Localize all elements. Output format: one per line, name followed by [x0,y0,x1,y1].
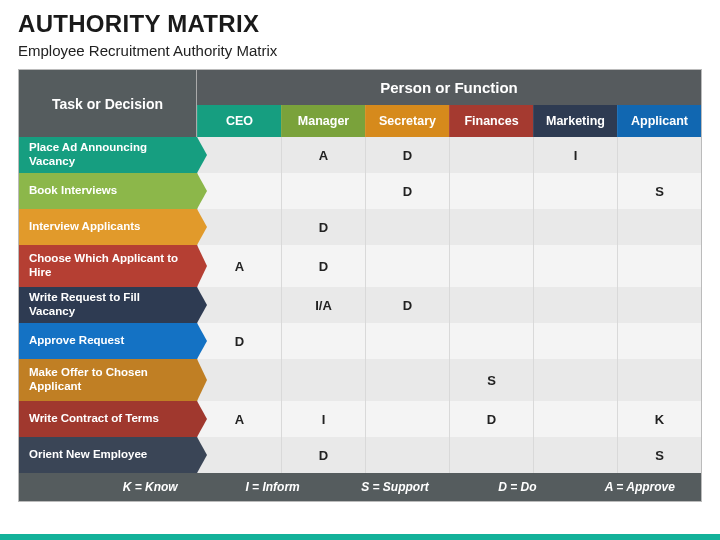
cell [281,359,365,401]
cell [197,137,281,173]
task-cells: AD [197,245,701,287]
cell [365,209,449,245]
cell: A [197,245,281,287]
legend-item: D = Do [456,480,578,494]
task-label: Place Ad Announcing Vacancy [19,137,197,173]
cell: A [281,137,365,173]
cell: A [197,401,281,437]
legend-item: S = Support [334,480,456,494]
task-label: Interview Applicants [19,209,197,245]
cell [449,173,533,209]
cell: D [365,137,449,173]
role-header: CEO [197,105,281,137]
cell [617,245,701,287]
header-task: Task or Decision [19,70,197,137]
task-cells: I/AD [197,287,701,323]
matrix-rows: Place Ad Announcing VacancyADIBook Inter… [19,137,701,473]
cell: D [281,209,365,245]
cell [365,359,449,401]
task-label: Orient New Employee [19,437,197,473]
cell [365,437,449,473]
cell: D [365,173,449,209]
matrix-container: Task or Decision Person or Function CEOM… [0,69,720,528]
page-subtitle: Employee Recruitment Authority Matrix [0,38,720,69]
task-label: Make Offer to Chosen Applicant [19,359,197,401]
cell [281,173,365,209]
authority-matrix: Task or Decision Person or Function CEOM… [18,69,702,502]
cell: I [533,137,617,173]
table-row: Interview ApplicantsD [19,209,701,245]
cell [533,287,617,323]
table-row: Place Ad Announcing VacancyADI [19,137,701,173]
cell: D [365,287,449,323]
cell [365,245,449,287]
cell [533,437,617,473]
table-row: Write Contract of TermsAIDK [19,401,701,437]
cell: K [617,401,701,437]
task-cells: D [197,323,701,359]
cell: S [617,437,701,473]
role-header: Marketing [533,105,617,137]
task-label: Choose Which Applicant to Hire [19,245,197,287]
cell: I [281,401,365,437]
cell: D [281,437,365,473]
header-roles: CEOManagerSecretaryFinancesMarketingAppl… [197,105,701,137]
accent-strip [0,534,720,540]
task-cells: ADI [197,137,701,173]
task-cells: DS [197,437,701,473]
cell [617,209,701,245]
cell [281,323,365,359]
cell [533,323,617,359]
task-label: Write Contract of Terms [19,401,197,437]
role-header: Manager [281,105,365,137]
header-group-block: Person or Function CEOManagerSecretaryFi… [197,70,701,137]
cell [197,173,281,209]
cell [533,209,617,245]
page-title: AUTHORITY MATRIX [0,0,720,38]
legend-item: I = Inform [211,480,333,494]
cell [449,245,533,287]
role-header: Finances [449,105,533,137]
cell [365,323,449,359]
cell [365,401,449,437]
task-label: Write Request to Fill Vacancy [19,287,197,323]
table-row: Make Offer to Chosen ApplicantS [19,359,701,401]
cell [449,287,533,323]
role-header: Applicant [617,105,701,137]
task-cells: S [197,359,701,401]
cell: I/A [281,287,365,323]
cell [617,137,701,173]
cell: D [281,245,365,287]
slide: AUTHORITY MATRIX Employee Recruitment Au… [0,0,720,540]
cell [617,359,701,401]
role-header: Secretary [365,105,449,137]
cell: S [617,173,701,209]
cell: D [449,401,533,437]
cell [197,287,281,323]
cell [449,323,533,359]
task-cells: DS [197,173,701,209]
header-row: Task or Decision Person or Function CEOM… [19,70,701,137]
task-label: Book Interviews [19,173,197,209]
legend: K = Know I = Inform S = Support D = Do A… [19,473,701,501]
task-cells: D [197,209,701,245]
table-row: Approve RequestD [19,323,701,359]
legend-item: K = Know [89,480,211,494]
legend-item: A = Approve [579,480,701,494]
legend-spacer [19,480,89,494]
table-row: Write Request to Fill VacancyI/AD [19,287,701,323]
cell [617,323,701,359]
table-row: Orient New EmployeeDS [19,437,701,473]
cell [197,437,281,473]
cell [617,287,701,323]
cell: D [197,323,281,359]
cell [449,437,533,473]
cell: S [449,359,533,401]
cell [449,209,533,245]
cell [197,209,281,245]
task-label: Approve Request [19,323,197,359]
cell [533,173,617,209]
table-row: Choose Which Applicant to HireAD [19,245,701,287]
table-row: Book InterviewsDS [19,173,701,209]
header-group: Person or Function [197,70,701,105]
